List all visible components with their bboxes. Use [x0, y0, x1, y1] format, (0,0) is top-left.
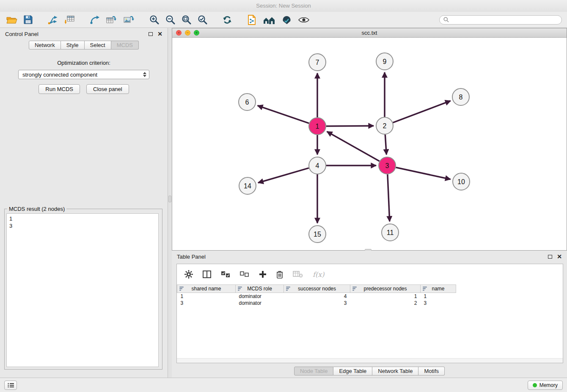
search-input[interactable] [451, 17, 558, 23]
session-title-bar[interactable]: Session: New Session [0, 0, 567, 12]
network-window-title-bar[interactable]: × − + scc.txt [172, 28, 567, 38]
column-header[interactable]: name [421, 285, 456, 293]
edge-1-2[interactable] [326, 126, 374, 126]
zoom-fit-button[interactable] [180, 14, 193, 25]
network-window-title: scc.txt [362, 30, 377, 36]
close-table-panel-button[interactable]: ✕ [557, 254, 562, 259]
float-table-panel-button[interactable] [548, 255, 552, 259]
table-horizontal-scrollbar[interactable] [177, 358, 563, 363]
edge-3-1[interactable] [327, 132, 380, 161]
table-cell[interactable]: 1 [177, 293, 236, 300]
zoom-in-button[interactable] [148, 14, 160, 25]
function-builder-button[interactable]: f(x) [313, 271, 324, 279]
new-network-button[interactable] [88, 14, 101, 25]
table-cell[interactable]: 3 [284, 300, 350, 306]
graph-node-4[interactable]: 4 [309, 157, 326, 174]
run-mcds-button[interactable]: Run MCDS [39, 84, 80, 94]
svg-text:2: 2 [383, 122, 387, 130]
graph-node-3[interactable]: 3 [379, 157, 396, 174]
column-header[interactable]: successor nodes [284, 285, 350, 293]
first-neighbors-button[interactable] [261, 14, 277, 25]
graph-node-1[interactable]: 1 [309, 118, 326, 135]
table-cell[interactable]: 1 [421, 293, 456, 300]
deselect-all-button[interactable] [240, 271, 249, 278]
delete-row-button[interactable] [276, 271, 283, 279]
graph-node-7[interactable]: 7 [309, 54, 326, 71]
show-columns-button[interactable] [203, 271, 211, 278]
table-cell[interactable]: 1 [350, 293, 421, 300]
graph-node-9[interactable]: 9 [376, 53, 393, 70]
memory-button[interactable]: Memory [528, 381, 563, 390]
table-row[interactable]: 3dominator323 [177, 300, 563, 306]
table-cell[interactable]: dominator [236, 293, 284, 300]
graph-node-8[interactable]: 8 [452, 88, 469, 105]
table-cell[interactable]: 2 [350, 300, 421, 306]
tab-network-table[interactable]: Network Table [372, 367, 418, 375]
tab-select[interactable]: Select [85, 41, 111, 50]
graph-node-2[interactable]: 2 [376, 117, 393, 134]
table-settings-button[interactable] [184, 270, 193, 279]
close-window-button[interactable]: × [176, 30, 182, 36]
close-panel-icon-button[interactable]: ✕ [157, 31, 162, 37]
edge-1-6[interactable] [258, 105, 309, 123]
tab-motifs[interactable]: Motifs [418, 367, 445, 375]
zoom-out-button[interactable] [164, 14, 176, 25]
close-panel-button[interactable]: Close panel [86, 84, 129, 94]
table-row[interactable]: 1dominator411 [177, 293, 563, 300]
tab-node-table[interactable]: Node Table [294, 367, 334, 375]
open-session-button[interactable] [5, 14, 19, 25]
table-cell[interactable]: dominator [236, 300, 284, 306]
vertical-splitter-handle[interactable] [168, 196, 171, 202]
optimization-criterion-select[interactable]: strongly connected component [18, 70, 149, 79]
tab-mcds[interactable]: MCDS [111, 41, 139, 50]
show-hide-button[interactable] [297, 15, 311, 25]
graph-node-10[interactable]: 10 [453, 173, 470, 190]
edge-4-14[interactable] [258, 168, 309, 183]
function-icon: f(x) [313, 271, 324, 279]
minimize-window-button[interactable]: − [185, 30, 190, 36]
float-panel-button[interactable] [149, 32, 153, 36]
optimization-criterion-label: Optimization criterion: [0, 60, 168, 66]
network-canvas[interactable]: 7968124310141511 [172, 38, 567, 250]
export-image-button[interactable] [122, 14, 136, 25]
zoom-window-button[interactable]: + [194, 30, 199, 36]
save-session-button[interactable] [22, 14, 34, 25]
graph-node-14[interactable]: 14 [239, 177, 256, 194]
search-field[interactable] [439, 15, 562, 25]
edge-2-3[interactable] [385, 135, 386, 155]
edge-2-8[interactable] [393, 101, 451, 122]
delete-table-button[interactable] [293, 271, 303, 278]
graph-node-15[interactable]: 15 [309, 226, 326, 243]
graph-node-11[interactable]: 11 [382, 224, 399, 241]
zoom-selected-button[interactable] [196, 14, 209, 25]
graph-node-6[interactable]: 6 [239, 94, 256, 110]
delete-table-icon [293, 271, 303, 278]
import-table-button[interactable] [63, 14, 76, 25]
column-header[interactable]: predecessor nodes [350, 285, 421, 293]
select-all-button[interactable] [221, 271, 230, 278]
table-cell[interactable]: 4 [284, 293, 350, 300]
clone-network-button[interactable] [105, 14, 118, 25]
tab-network[interactable]: Network [29, 41, 61, 50]
tab-edge-table[interactable]: Edge Table [333, 367, 372, 375]
table-cell[interactable]: 3 [421, 300, 456, 306]
row-filler [456, 293, 563, 300]
column-header[interactable]: shared name [177, 285, 236, 293]
export-network-button[interactable] [246, 14, 258, 26]
refresh-button[interactable] [221, 14, 234, 25]
edge-3-11[interactable] [388, 174, 390, 221]
column-header[interactable]: MCDS role [236, 285, 284, 293]
table-cell[interactable]: 3 [177, 300, 236, 306]
task-history-button[interactable] [4, 381, 17, 390]
control-panel: Control Panel ✕ Network Style Select MCD… [0, 28, 168, 378]
tab-style[interactable]: Style [61, 41, 85, 50]
mcds-result-list[interactable]: 13 [6, 213, 159, 367]
column-sort-icon [238, 287, 242, 291]
search-icon [443, 17, 449, 22]
row-filler [456, 300, 563, 306]
edge-3-10[interactable] [396, 168, 451, 179]
import-network-button[interactable] [46, 14, 59, 25]
zoom-selected-icon [198, 15, 207, 25]
apply-style-button[interactable] [281, 14, 293, 25]
add-row-button[interactable] [259, 271, 267, 278]
